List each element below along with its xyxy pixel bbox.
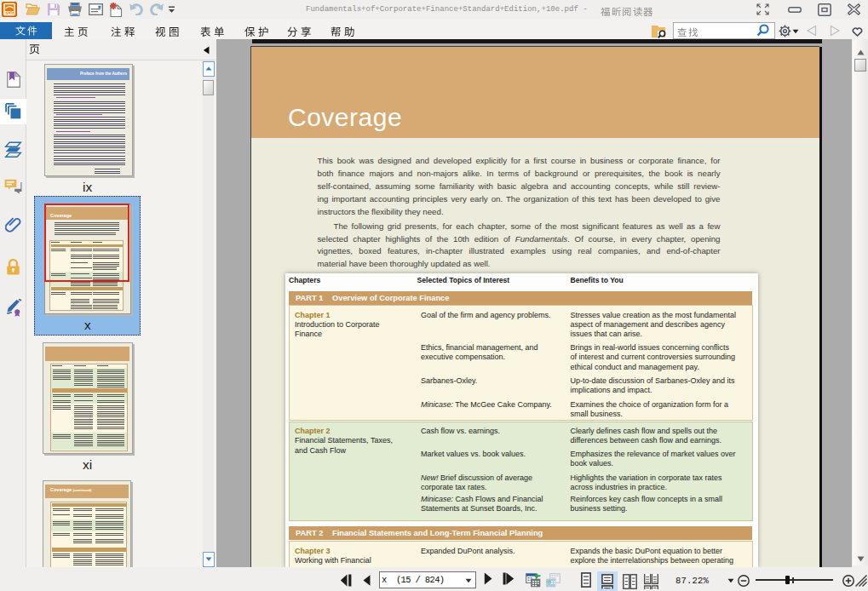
svg-text:PDF: PDF [5,10,15,15]
